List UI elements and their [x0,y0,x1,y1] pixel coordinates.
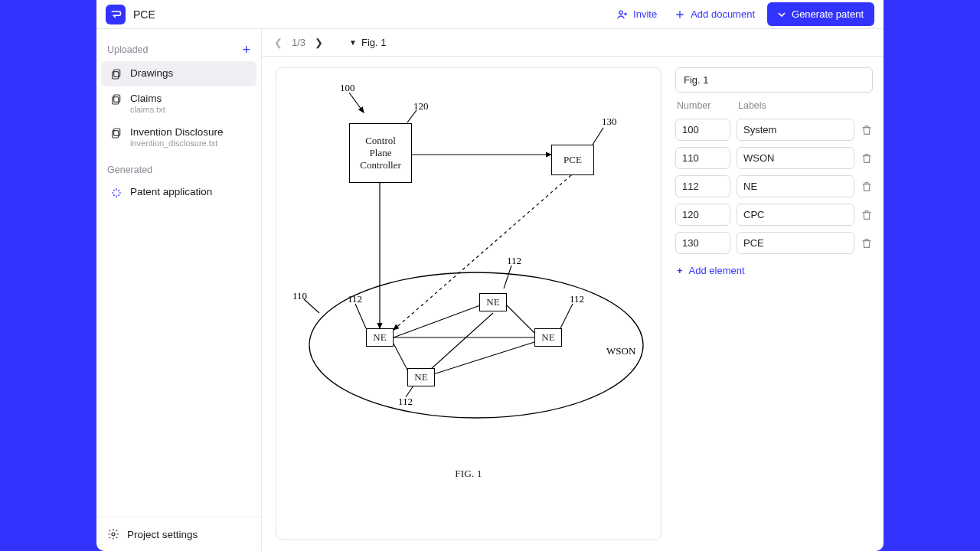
sidebar-item-label: Claims [130,93,165,104]
logo-icon [109,8,122,21]
svg-line-11 [593,128,603,145]
add-element-button[interactable]: + Add element [675,262,873,279]
figure-canvas[interactable]: 100 120 130 110 112 112 112 112 WSON Con… [276,67,662,540]
element-row [675,147,873,169]
sidebar: Uploaded + Drawings Claims claims.txt [96,29,262,551]
sidebar-uploaded-heading: Uploaded [107,44,149,55]
caret-down-icon: ▼ [349,38,357,47]
element-label-input[interactable] [737,175,854,197]
sidebar-item-drawings[interactable]: Drawings [101,61,256,86]
svg-line-20 [433,342,534,374]
add-document-label: Add document [691,8,755,20]
element-number-input[interactable] [675,119,730,141]
svg-rect-1 [114,70,120,77]
diagram-box-ne: NE [479,293,507,311]
generate-patent-button[interactable]: Generate patent [767,2,874,26]
diagram: 100 120 130 110 112 112 112 112 WSON Con… [277,68,660,491]
main-content: ❮ 1/3 ❯ ▼ Fig. 1 [262,29,884,551]
gear-icon [107,528,119,540]
diagram-box-ne: NE [407,368,435,386]
app-window: PCE Invite Add document Generate patent … [96,0,884,551]
svg-rect-5 [114,129,120,135]
element-label-input[interactable] [737,232,854,254]
generate-patent-label: Generate patent [792,8,864,20]
prev-figure-button[interactable]: ❮ [271,35,286,50]
svg-rect-6 [113,131,119,138]
element-row [675,232,873,254]
figure-toolbar: ❮ 1/3 ❯ ▼ Fig. 1 [262,29,884,57]
col-labels: Labels [738,100,766,111]
element-number-input[interactable] [675,147,730,169]
sidebar-item-label: Patent application [130,186,212,197]
copy-icon [110,127,122,139]
add-element-label: Add element [689,265,745,276]
project-title: PCE [133,8,155,21]
trash-icon[interactable] [861,209,873,221]
sidebar-item-invention-disclosure[interactable]: Invention Disclosure invention_disclosur… [101,120,256,154]
svg-rect-3 [114,95,120,102]
sidebar-item-label: Invention Disclosure [130,126,224,138]
add-document-button[interactable]: Add document [669,5,760,24]
next-figure-button[interactable]: ❯ [312,35,326,50]
element-rows [675,119,873,254]
trash-icon[interactable] [861,124,873,136]
invite-label: Invite [633,8,657,20]
diagram-box-ne: NE [534,328,562,347]
plus-icon [674,8,686,21]
diagram-label-130: 130 [602,116,617,128]
svg-line-17 [507,305,534,333]
sidebar-uploaded-heading-row: Uploaded + [96,37,261,61]
diagram-label-120: 120 [413,100,429,112]
svg-line-19 [394,344,409,373]
element-label-input[interactable] [737,147,854,169]
figure-select-label: Fig. 1 [361,37,387,48]
diagram-box-cpc: Control Plane Controller [349,123,412,183]
element-number-input[interactable] [675,232,730,254]
svg-line-16 [394,305,480,337]
diagram-box-ne: NE [366,328,394,347]
sidebar-item-sub: invention_disclosure.txt [130,139,224,148]
panel-columns: Number Labels [675,100,873,111]
element-row [675,175,873,197]
svg-line-21 [430,313,493,370]
svg-line-24 [355,304,366,328]
figure-title-input[interactable] [675,67,873,93]
diagram-label-112: 112 [570,293,584,305]
sidebar-item-patent-application[interactable]: Patent application [101,180,256,205]
topbar: PCE Invite Add document Generate patent [96,0,884,29]
svg-line-9 [349,93,364,112]
svg-point-7 [112,533,115,536]
user-plus-icon [616,8,629,21]
svg-point-0 [619,11,622,14]
element-number-input[interactable] [675,204,730,226]
elements-panel: Number Labels + Add element [675,67,873,540]
svg-line-22 [504,266,511,289]
project-settings-label: Project settings [127,529,198,540]
project-settings-button[interactable]: Project settings [96,517,261,551]
trash-icon[interactable] [861,181,873,193]
copy-icon [110,68,122,80]
element-label-input[interactable] [737,204,854,226]
diagram-label-112: 112 [398,396,413,408]
trash-icon[interactable] [861,152,873,165]
diagram-label-110: 110 [292,290,307,302]
app-logo [106,5,126,24]
trash-icon[interactable] [861,237,873,249]
figure-select-dropdown[interactable]: ▼ Fig. 1 [349,37,386,48]
invite-button[interactable]: Invite [612,5,662,24]
element-row [675,204,873,226]
diagram-label-100: 100 [340,82,355,94]
sidebar-add-upload-button[interactable]: + [242,43,250,57]
diagram-label-112: 112 [348,293,362,305]
diagram-label-112: 112 [507,255,521,267]
sparkle-icon [110,187,122,199]
caret-down-icon [778,11,786,18]
sidebar-item-claims[interactable]: Claims claims.txt [101,86,256,120]
element-number-input[interactable] [675,175,730,197]
element-label-input[interactable] [737,119,854,141]
sidebar-item-label: Drawings [130,67,173,79]
svg-rect-4 [113,97,119,104]
diagram-label-wson: WSON [606,345,635,357]
sidebar-generated-heading: Generated [96,154,261,180]
plus-icon: + [677,265,683,276]
